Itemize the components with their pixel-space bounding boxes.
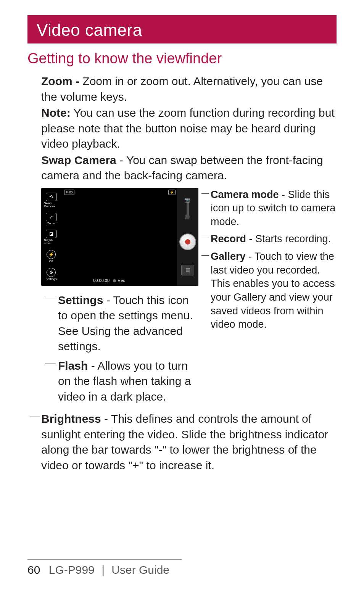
camera-mode-icon: 📷 <box>184 197 190 203</box>
manual-page: Video camera Getting to know the viewfin… <box>0 0 364 594</box>
flash-status-icon: ⚡ <box>168 190 176 195</box>
footer-title: User Guide <box>111 563 169 576</box>
record-label: Record <box>211 233 246 245</box>
viewfinder-left-toolbar: ⟲Swap Camera ⤢Zoom ◪Bright- ness ⚡Off ⚙S… <box>41 188 61 286</box>
gallery-text: - Touch to view the last video you recor… <box>211 251 335 330</box>
viewfinder-topbar: FHD ⚡ <box>64 190 176 195</box>
gallery-button[interactable]: ▧ <box>181 265 194 275</box>
settings-label: Settings <box>58 294 103 306</box>
video-mode-icon: 🎥 <box>184 214 190 220</box>
footer-text: 60 LG-P999 | User Guide <box>27 563 337 576</box>
camera-mode-label: Camera mode <box>211 189 279 200</box>
flash-label: Flash <box>58 359 88 372</box>
zoom-icon[interactable]: ⤢Zoom <box>44 213 58 225</box>
camera-mode-description: Camera mode - Slide this icon up to swit… <box>211 188 337 229</box>
flash-description: Flash - Allows you to turn on the flash … <box>58 358 198 405</box>
footer-rule <box>27 559 182 560</box>
right-callouts: Camera mode - Slide this icon up to swit… <box>198 188 337 409</box>
viewfinder-row: FHD ⚡ ⟲Swap Camera ⤢Zoom ◪Bright- ness ⚡… <box>27 188 337 409</box>
swap-label: Swap Camera <box>41 154 116 166</box>
swap-camera-icon[interactable]: ⟲Swap Camera <box>44 193 58 208</box>
zoom-note-text: You can use the zoom function during rec… <box>41 106 335 150</box>
viewfinder-bottom-bar: 00:00:00 Rec <box>41 278 177 283</box>
viewfinder: FHD ⚡ ⟲Swap Camera ⤢Zoom ◪Bright- ness ⚡… <box>41 188 198 286</box>
brightness-description: Brightness - This defines and controls t… <box>41 411 337 473</box>
left-callouts: Settings - Touch this icon to open the s… <box>41 293 198 405</box>
mode-slider[interactable]: 📷 🎥 <box>187 198 189 219</box>
gallery-description: Gallery - Touch to view the last video y… <box>211 250 337 332</box>
viewfinder-screenshot: FHD ⚡ ⟲Swap Camera ⤢Zoom ◪Bright- ness ⚡… <box>41 188 198 409</box>
brightness-icon[interactable]: ◪Bright- ness <box>44 230 58 245</box>
footer-model: LG-P999 <box>49 563 95 576</box>
top-descriptions: Zoom - Zoom in or zoom out. Alternativel… <box>27 74 337 184</box>
record-button[interactable] <box>179 233 196 250</box>
rec-label: Rec <box>118 278 125 283</box>
timer-text: 00:00:00 <box>93 278 110 283</box>
chapter-title-bar: Video camera <box>27 15 337 43</box>
zoom-note: Note: You can use the zoom function duri… <box>41 105 337 152</box>
page-footer: 60 LG-P999 | User Guide <box>0 559 364 576</box>
content-body: Zoom - Zoom in or zoom out. Alternativel… <box>27 74 337 473</box>
record-text: - Starts recording. <box>246 233 331 245</box>
record-description: Record - Starts recording. <box>211 232 337 246</box>
section-title: Getting to know the viewfinder <box>27 50 337 67</box>
page-number: 60 <box>27 563 40 576</box>
footer-separator: | <box>101 563 105 576</box>
rec-dot-icon <box>113 279 116 282</box>
brightness-label: Brightness <box>41 412 101 425</box>
flash-icon[interactable]: ⚡Off <box>44 250 58 263</box>
zoom-label: Zoom - <box>41 75 79 87</box>
settings-description: Settings - Touch this icon to open the s… <box>58 293 198 354</box>
swap-camera-description: Swap Camera - You can swap between the f… <box>41 153 337 184</box>
gallery-label: Gallery <box>211 251 246 262</box>
chapter-title: Video camera <box>37 21 142 39</box>
zoom-description: Zoom - Zoom in or zoom out. Alternativel… <box>41 74 337 105</box>
viewfinder-right-toolbar: 📷 🎥 ▧ <box>177 188 198 286</box>
zoom-text: Zoom in or zoom out. Alternatively, you … <box>41 75 323 103</box>
fhd-badge: FHD <box>64 190 74 195</box>
zoom-note-label: Note: <box>41 106 71 119</box>
